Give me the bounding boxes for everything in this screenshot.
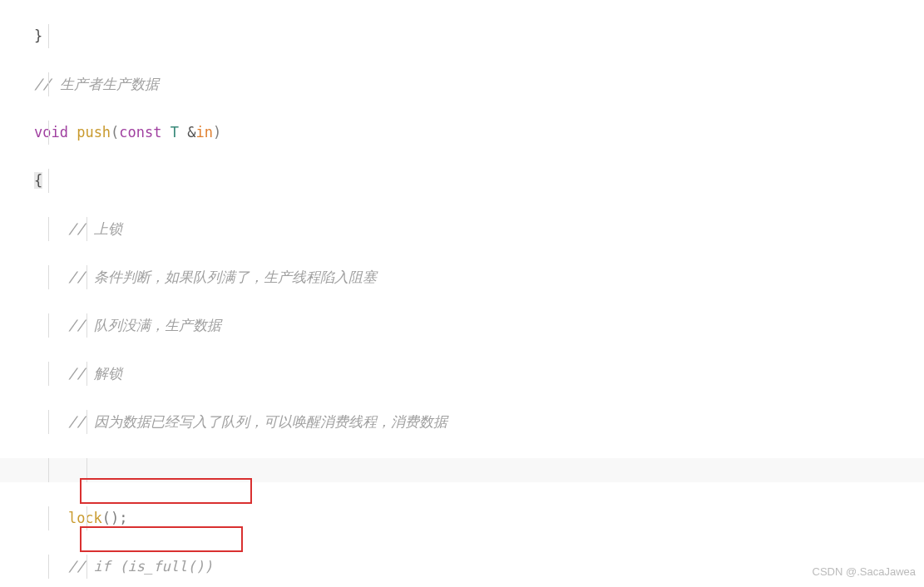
code-line: lock(); xyxy=(0,506,924,530)
keyword-const: const xyxy=(119,124,161,141)
code-line: // if (is_full()) xyxy=(0,555,924,579)
type: T xyxy=(170,124,179,141)
brace: } xyxy=(34,27,42,44)
code-line: // 队列没满，生产数据 xyxy=(0,313,924,338)
comment: // if (is_full()) xyxy=(68,558,213,575)
comment: // 条件判断，如果队列满了，生产线程陷入阻塞 xyxy=(68,269,377,285)
code-line: void push(const T &in) xyxy=(0,121,924,145)
param: in xyxy=(196,124,213,141)
code-block: } // 生产者生产数据 void push(const T &in) { //… xyxy=(0,0,924,587)
comment: // 队列没满，生产数据 xyxy=(68,317,221,333)
code-line: // 上锁 xyxy=(0,217,924,241)
code-line: // 生产者生产数据 xyxy=(0,72,924,96)
keyword-void: void xyxy=(34,124,68,141)
code-line: // 因为数据已经写入了队列，可以唤醒消费线程，消费数据 xyxy=(0,410,924,434)
code-line: // 解锁 xyxy=(0,362,924,386)
comment: // 生产者生产数据 xyxy=(34,76,159,92)
function-call: lock xyxy=(68,510,102,526)
code-line: // 条件判断，如果队列满了，生产线程陷入阻塞 xyxy=(0,265,924,289)
comment: // 上锁 xyxy=(68,220,122,237)
watermark: CSDN @.SacaJawea xyxy=(813,560,916,584)
brace: { xyxy=(34,172,42,189)
function-name: push xyxy=(77,124,111,141)
code-line: { xyxy=(0,169,924,193)
code-line: } xyxy=(0,24,924,48)
comment: // 解锁 xyxy=(68,365,122,382)
code-line xyxy=(0,458,924,482)
comment: // 因为数据已经写入了队列，可以唤醒消费线程，消费数据 xyxy=(68,413,447,430)
